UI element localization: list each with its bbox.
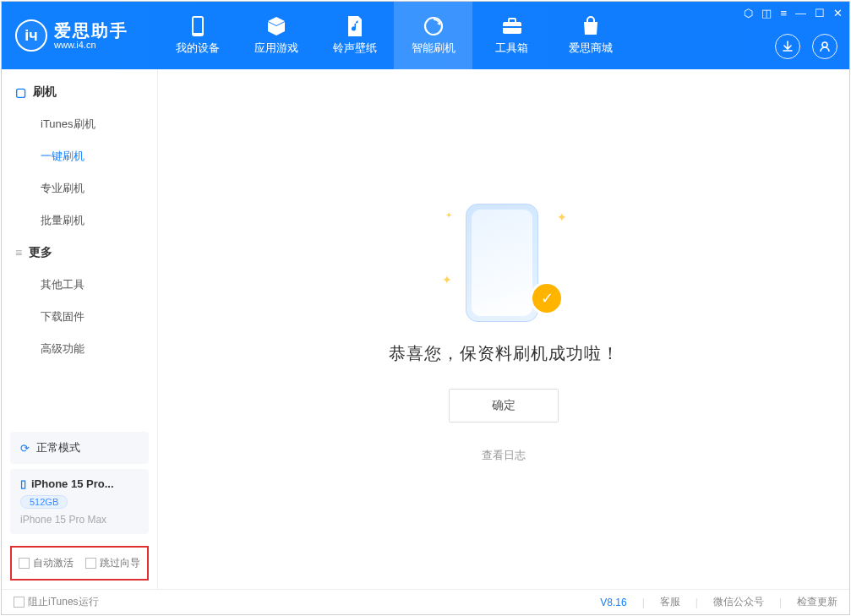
nav-toolbox[interactable]: 工具箱 xyxy=(472,2,551,69)
pin-icon[interactable]: ◫ xyxy=(761,7,772,19)
support-link[interactable]: 客服 xyxy=(660,595,680,609)
auto-activate-checkbox[interactable]: 自动激活 xyxy=(19,556,74,570)
nav-label: 爱思商城 xyxy=(569,41,613,56)
logo-icon: iч xyxy=(15,19,47,52)
check-badge-icon: ✓ xyxy=(530,281,564,315)
refresh-icon: ⟳ xyxy=(20,442,30,455)
close-icon[interactable]: ✕ xyxy=(833,7,843,19)
cube-icon xyxy=(265,15,287,37)
nav-label: 铃声壁纸 xyxy=(333,41,377,56)
account-button[interactable] xyxy=(812,34,837,59)
sidebar-item-other-tools[interactable]: 其他工具 xyxy=(2,269,157,301)
sparkle-icon: ✦ xyxy=(442,273,452,286)
app-title: 爱思助手 xyxy=(54,21,128,40)
confirm-button[interactable]: 确定 xyxy=(449,389,559,422)
capacity-badge: 512GB xyxy=(20,495,68,509)
sparkle-icon: ✦ xyxy=(557,210,567,224)
device-mode-status[interactable]: ⟳ 正常模式 xyxy=(10,432,149,464)
nav-flash[interactable]: 智能刷机 xyxy=(394,2,472,69)
svg-rect-4 xyxy=(509,19,516,23)
sidebar-item-advanced[interactable]: 高级功能 xyxy=(2,333,157,365)
main-content: ✦ ✦ ✦ ✓ 恭喜您，保资料刷机成功啦！ 确定 查看日志 xyxy=(158,69,849,589)
top-nav: 我的设备 应用游戏 铃声壁纸 智能刷机 工具箱 爱思商城 xyxy=(158,2,630,69)
success-illustration: ✦ ✦ ✦ ✓ xyxy=(440,195,567,330)
bag-icon xyxy=(580,15,602,37)
nav-label: 我的设备 xyxy=(176,41,220,56)
phone-outline-icon: ▢ xyxy=(15,85,26,99)
sidebar-item-oneclick-flash[interactable]: 一键刷机 xyxy=(2,140,157,172)
svg-rect-5 xyxy=(503,26,521,28)
nav-label: 工具箱 xyxy=(495,41,528,56)
svg-rect-1 xyxy=(194,18,202,33)
minimize-icon[interactable]: — xyxy=(795,7,806,19)
success-message: 恭喜您，保资料刷机成功啦！ xyxy=(389,342,619,365)
sidebar-item-pro-flash[interactable]: 专业刷机 xyxy=(2,172,157,204)
phone-icon xyxy=(187,15,209,37)
phone-icon: ▯ xyxy=(20,477,26,490)
refresh-gear-icon xyxy=(423,15,445,37)
sidebar-item-batch-flash[interactable]: 批量刷机 xyxy=(2,204,157,237)
window-controls: ⬡ ◫ ≡ — ☐ ✕ xyxy=(744,7,843,19)
music-file-icon xyxy=(344,15,366,37)
wechat-link[interactable]: 微信公众号 xyxy=(713,595,764,609)
highlighted-options: 自动激活 跳过向导 xyxy=(10,546,149,581)
nav-label: 应用游戏 xyxy=(254,41,298,56)
footer-bar: 阻止iTunes运行 V8.16 | 客服 | 微信公众号 | 检查更新 xyxy=(2,589,849,614)
logo-area: iч 爱思助手 www.i4.cn xyxy=(2,2,158,69)
download-button[interactable] xyxy=(775,34,800,59)
check-update-link[interactable]: 检查更新 xyxy=(797,595,837,609)
block-itunes-checkbox[interactable]: 阻止iTunes运行 xyxy=(14,595,99,609)
maximize-icon[interactable]: ☐ xyxy=(815,7,825,19)
view-log-link[interactable]: 查看日志 xyxy=(482,448,526,463)
skin-icon[interactable]: ⬡ xyxy=(744,7,753,19)
version-label: V8.16 xyxy=(600,597,626,608)
device-model: iPhone 15 Pro Max xyxy=(20,514,139,526)
sidebar-group-flash[interactable]: ▢ 刷机 xyxy=(2,76,157,108)
toolbox-icon xyxy=(501,15,523,37)
nav-store[interactable]: 爱思商城 xyxy=(551,2,630,69)
nav-my-device[interactable]: 我的设备 xyxy=(158,2,237,69)
header: iч 爱思助手 www.i4.cn 我的设备 应用游戏 铃声壁纸 智能刷机 xyxy=(2,2,849,69)
sidebar-item-itunes-flash[interactable]: iTunes刷机 xyxy=(2,108,157,140)
nav-ringtones[interactable]: 铃声壁纸 xyxy=(315,2,394,69)
svg-point-6 xyxy=(822,42,827,47)
app-subtitle: www.i4.cn xyxy=(54,40,128,50)
sidebar: ▢ 刷机 iTunes刷机 一键刷机 专业刷机 批量刷机 ≡ 更多 其他工具 下… xyxy=(2,69,158,589)
sidebar-group-more[interactable]: ≡ 更多 xyxy=(2,237,157,269)
nav-label: 智能刷机 xyxy=(412,41,456,56)
nav-apps[interactable]: 应用游戏 xyxy=(237,2,315,69)
more-icon: ≡ xyxy=(15,246,22,259)
sidebar-item-download-firmware[interactable]: 下载固件 xyxy=(2,301,157,333)
skip-wizard-checkbox[interactable]: 跳过向导 xyxy=(85,556,140,570)
menu-icon[interactable]: ≡ xyxy=(780,7,787,19)
phone-graphic xyxy=(466,204,538,322)
device-card[interactable]: ▯iPhone 15 Pro... 512GB iPhone 15 Pro Ma… xyxy=(10,469,149,534)
sparkle-icon: ✦ xyxy=(445,210,452,220)
